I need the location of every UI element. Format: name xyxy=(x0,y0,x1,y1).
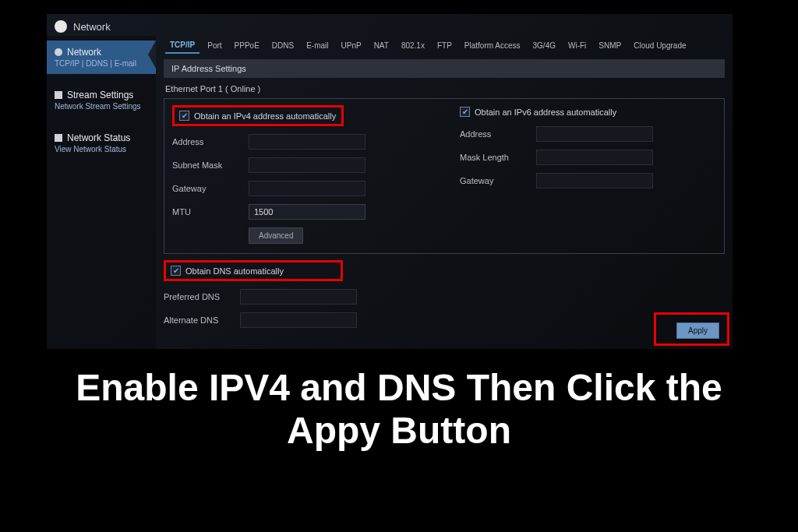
ipv6-address-input[interactable] xyxy=(536,126,653,142)
ipv6-mask-input[interactable] xyxy=(536,150,653,165)
ipv4-gateway-input[interactable] xyxy=(249,181,365,196)
dns-section: Obtain DNS automatically Preferred DNS A… xyxy=(164,260,725,328)
ipv6-gateway-label: Gateway xyxy=(460,176,536,185)
status-icon xyxy=(55,134,62,142)
sidebar-item-status[interactable]: Network Status View Network Status xyxy=(47,126,156,160)
sidebar-label: Network Status xyxy=(67,132,130,143)
tab-pppoe[interactable]: PPPoE xyxy=(230,38,264,53)
tab-8021x[interactable]: 802.1x xyxy=(397,38,429,53)
tab-cloud[interactable]: Cloud Upgrade xyxy=(629,38,690,53)
tabs-bar: TCP/IP Port PPPoE DDNS E-mail UPnP NAT 8… xyxy=(164,36,725,55)
preferred-dns-input[interactable] xyxy=(240,289,357,305)
ipv6-auto-row: Obtain an IPv6 address automatically xyxy=(460,105,716,118)
ipv4-address-input[interactable] xyxy=(249,134,365,150)
ipv6-auto-checkbox[interactable] xyxy=(460,107,470,117)
dns-auto-row: Obtain DNS automatically xyxy=(164,260,343,281)
sidebar-item-network[interactable]: Network TCP/IP | DDNS | E-mail xyxy=(47,41,156,74)
sidebar: Network TCP/IP | DDNS | E-mail Stream Se… xyxy=(47,36,156,349)
ipv6-address-label: Address xyxy=(460,129,536,139)
content-area: TCP/IP Port PPPoE DDNS E-mail UPnP NAT 8… xyxy=(156,36,733,349)
top-title: Network xyxy=(73,21,111,33)
mtu-label: MTU xyxy=(172,207,249,217)
tab-3g4g[interactable]: 3G/4G xyxy=(528,38,560,53)
ipv4-gateway-label: Gateway xyxy=(172,184,249,193)
preferred-dns-label: Preferred DNS xyxy=(164,292,240,301)
sidebar-sub: View Network Status xyxy=(55,145,150,153)
tab-platform[interactable]: Platform Access xyxy=(460,38,525,53)
ipv4-subnet-label: Subnet Mask xyxy=(172,160,249,170)
tab-snmp[interactable]: SNMP xyxy=(594,38,626,53)
tab-nat[interactable]: NAT xyxy=(369,38,394,53)
alternate-dns-label: Alternate DNS xyxy=(164,315,240,325)
ipv4-subnet-input[interactable] xyxy=(249,157,365,173)
tab-wifi[interactable]: Wi-Fi xyxy=(563,38,591,53)
globe-icon xyxy=(55,20,67,33)
top-bar: Network xyxy=(47,14,733,36)
tab-tcpip[interactable]: TCP/IP xyxy=(165,37,200,54)
port-label: Ethernet Port 1 ( Online ) xyxy=(164,78,725,98)
tab-upnp[interactable]: UPnP xyxy=(337,38,366,53)
network-settings-screenshot: Network Network TCP/IP | DDNS | E-mail S… xyxy=(47,14,733,349)
sidebar-sub: Network Stream Settings xyxy=(55,102,150,111)
tab-ddns[interactable]: DDNS xyxy=(267,38,298,53)
sidebar-label: Network xyxy=(67,47,101,58)
ipv4-address-label: Address xyxy=(172,137,249,146)
mtu-input[interactable] xyxy=(249,204,365,220)
ipv6-auto-label: Obtain an IPv6 address automatically xyxy=(475,107,616,117)
dns-auto-label: Obtain DNS automatically xyxy=(185,266,284,276)
dns-auto-checkbox[interactable] xyxy=(171,266,181,276)
settings-box: Obtain an IPv4 address automatically Add… xyxy=(164,98,725,254)
section-header: IP Address Settings xyxy=(164,59,725,78)
ipv6-column: Obtain an IPv6 address automatically Add… xyxy=(460,105,716,244)
advanced-button[interactable]: Advanced xyxy=(249,227,303,244)
ipv6-gateway-input[interactable] xyxy=(536,173,653,188)
sidebar-sub: TCP/IP | DDNS | E-mail xyxy=(55,59,150,68)
instruction-caption: Enable IPV4 and DNS Then Click the Appy … xyxy=(0,366,798,452)
ipv4-auto-label: Obtain an IPv4 address automatically xyxy=(194,111,336,121)
ipv4-auto-row: Obtain an IPv4 address automatically xyxy=(172,105,344,126)
sidebar-item-stream[interactable]: Stream Settings Network Stream Settings xyxy=(47,83,156,117)
sidebar-label: Stream Settings xyxy=(67,90,133,100)
ipv4-column: Obtain an IPv4 address automatically Add… xyxy=(172,105,429,244)
ipv6-mask-label: Mask Length xyxy=(460,153,536,162)
apply-button[interactable]: Apply xyxy=(676,322,719,339)
globe-icon xyxy=(55,48,62,56)
tab-port[interactable]: Port xyxy=(203,38,226,53)
tab-ftp[interactable]: FTP xyxy=(433,38,457,53)
alternate-dns-input[interactable] xyxy=(240,312,357,328)
grid-icon xyxy=(55,91,62,99)
ipv4-auto-checkbox[interactable] xyxy=(179,111,189,121)
tab-email[interactable]: E-mail xyxy=(302,38,333,53)
apply-highlight-box: Apply xyxy=(654,312,729,346)
